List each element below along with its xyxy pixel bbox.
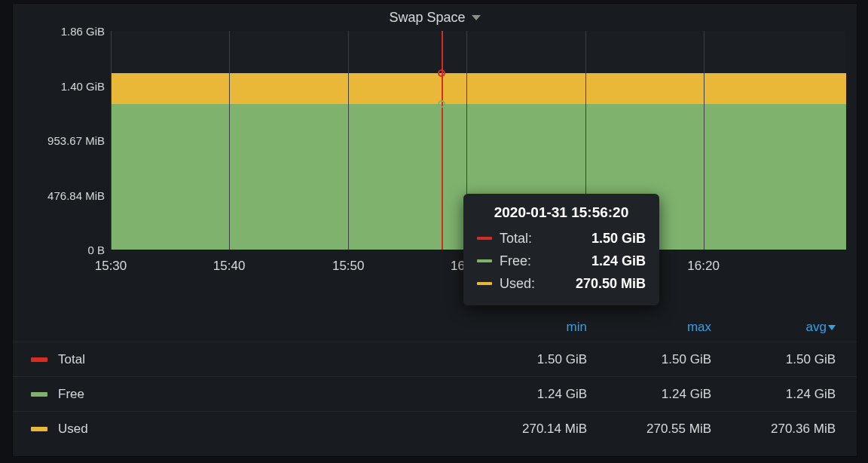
tooltip-swatch bbox=[477, 237, 492, 240]
legend-col-max[interactable]: max bbox=[608, 320, 732, 335]
legend-swatch bbox=[31, 357, 47, 362]
legend-value-max: 270.55 MiB bbox=[608, 422, 732, 437]
point-marker-total bbox=[438, 69, 445, 77]
legend-col-min[interactable]: min bbox=[484, 320, 608, 335]
y-tick: 953.67 MiB bbox=[47, 134, 105, 147]
tooltip-row: Total: 1.50 GiB bbox=[477, 227, 646, 250]
sort-desc-icon bbox=[828, 325, 836, 330]
tooltip-value: 270.50 MiB bbox=[576, 276, 646, 292]
y-axis: 0 B 476.84 MiB 953.67 MiB 1.40 GiB 1.86 … bbox=[13, 31, 111, 250]
gridline bbox=[111, 31, 112, 250]
legend-table: min max avg Total 1.50 GiB 1.50 GiB 1.50… bbox=[13, 313, 857, 456]
panel-title[interactable]: Swap Space bbox=[13, 4, 857, 31]
tooltip-row: Free: 1.24 GiB bbox=[477, 250, 646, 272]
tooltip: 2020-01-31 15:56:20 Total: 1.50 GiB Free… bbox=[463, 194, 659, 305]
gridline bbox=[704, 31, 704, 250]
legend-header: min max avg bbox=[13, 313, 857, 342]
y-tick: 476.84 MiB bbox=[47, 189, 105, 201]
legend-value-max: 1.50 GiB bbox=[608, 352, 732, 367]
x-tick: 15:50 bbox=[332, 259, 365, 274]
legend-value-min: 1.50 GiB bbox=[484, 352, 608, 367]
tooltip-value: 1.24 GiB bbox=[591, 253, 646, 269]
legend-row: Free 1.24 GiB 1.24 GiB 1.24 GiB bbox=[13, 376, 857, 411]
legend-row: Used 270.14 MiB 270.55 MiB 270.36 MiB bbox=[13, 411, 857, 446]
panel: Swap Space 0 B 476.84 MiB 953.67 MiB 1.4… bbox=[12, 3, 857, 457]
tooltip-value: 1.50 GiB bbox=[591, 231, 646, 247]
legend-series-name[interactable]: Used bbox=[58, 422, 484, 437]
legend-series-name[interactable]: Free bbox=[58, 387, 484, 402]
panel-title-text: Swap Space bbox=[389, 10, 465, 26]
legend-col-avg[interactable]: avg bbox=[732, 320, 857, 335]
gridline bbox=[348, 31, 349, 250]
legend-value-avg: 1.50 GiB bbox=[732, 352, 857, 367]
y-tick: 1.40 GiB bbox=[61, 79, 105, 92]
legend-swatch bbox=[31, 392, 47, 397]
series-area-used bbox=[111, 73, 846, 104]
legend-value-avg: 1.24 GiB bbox=[732, 387, 857, 402]
legend-swatch bbox=[31, 427, 47, 431]
legend-series-name[interactable]: Total bbox=[58, 352, 484, 367]
tooltip-row: Used: 270.50 MiB bbox=[477, 272, 646, 295]
tooltip-timestamp: 2020-01-31 15:56:20 bbox=[477, 204, 646, 221]
point-marker-free bbox=[438, 100, 445, 108]
chart[interactable]: 0 B 476.84 MiB 953.67 MiB 1.40 GiB 1.86 … bbox=[13, 31, 857, 310]
legend-value-min: 270.14 MiB bbox=[484, 422, 608, 437]
cursor-line bbox=[442, 31, 443, 250]
legend-row: Total 1.50 GiB 1.50 GiB 1.50 GiB bbox=[13, 342, 857, 376]
tooltip-swatch bbox=[477, 282, 492, 285]
x-tick: 15:40 bbox=[213, 259, 246, 274]
tooltip-label: Free: bbox=[500, 253, 584, 269]
chevron-down-icon bbox=[472, 15, 481, 20]
y-tick: 1.86 GiB bbox=[61, 25, 105, 38]
legend-value-max: 1.24 GiB bbox=[608, 387, 732, 402]
tooltip-swatch bbox=[477, 259, 492, 262]
x-tick: 16:20 bbox=[687, 259, 720, 274]
y-tick: 0 B bbox=[87, 244, 105, 256]
gridline bbox=[229, 31, 230, 250]
legend-value-min: 1.24 GiB bbox=[484, 387, 608, 402]
x-tick: 15:30 bbox=[95, 259, 127, 274]
legend-value-avg: 270.36 MiB bbox=[732, 422, 857, 437]
tooltip-label: Used: bbox=[500, 276, 568, 292]
tooltip-label: Total: bbox=[500, 231, 584, 247]
